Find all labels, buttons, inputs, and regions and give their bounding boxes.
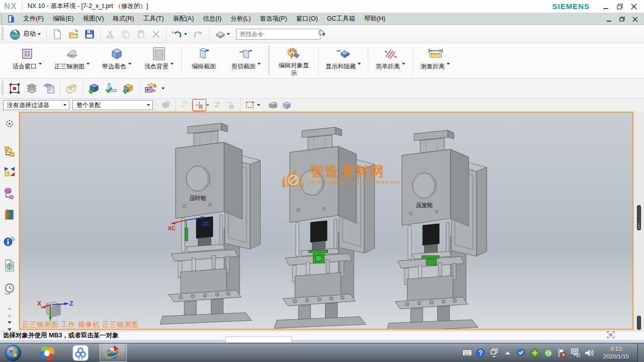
menu-assemblies[interactable]: 装配(A) <box>169 13 199 25</box>
press-machine-2[interactable] <box>274 127 375 328</box>
chevron-down-icon[interactable] <box>257 104 260 106</box>
start-menu-button[interactable]: 启动 <box>6 27 44 42</box>
highlighted-part[interactable] <box>309 250 328 252</box>
minimize-button[interactable] <box>603 4 609 10</box>
start-button[interactable] <box>2 344 24 362</box>
search-input[interactable] <box>239 31 317 38</box>
light-background-button[interactable]: 浅色背景 <box>138 43 180 78</box>
doc-minimize-button[interactable] <box>606 16 612 22</box>
solid-check-icon[interactable] <box>120 80 137 97</box>
isometric-view-button[interactable]: 正三轴测图 <box>48 43 96 78</box>
wcs-dynamics-icon[interactable] <box>6 80 23 97</box>
selection-scope-icon[interactable] <box>607 331 615 340</box>
show-hide-button[interactable]: 显示和隐藏 <box>319 43 367 78</box>
constraint-navigator-icon[interactable] <box>2 165 17 179</box>
show-desktop-button[interactable] <box>637 343 644 362</box>
chevron-down-icon[interactable] <box>323 33 326 35</box>
action-center-flag-icon[interactable] <box>557 348 567 357</box>
chevron-down-icon[interactable] <box>402 63 405 65</box>
clip-section-button[interactable]: 剪切截面 <box>225 43 267 78</box>
menu-preferences[interactable]: 首选项(P) <box>255 13 291 25</box>
docked-panel-handle[interactable] <box>637 316 641 330</box>
highlighted-part[interactable] <box>426 259 437 265</box>
taskbar-clock[interactable]: 9:13 2020/1/15 <box>603 345 629 360</box>
camera-icon[interactable] <box>266 100 279 111</box>
chevron-down-icon[interactable] <box>358 63 361 65</box>
scroll-up-icon[interactable] <box>8 307 12 310</box>
app-store-button[interactable] <box>69 344 92 362</box>
volume-icon[interactable] <box>585 348 594 357</box>
drag-grip[interactable] <box>2 81 4 96</box>
fit-window-button[interactable]: 适合窗口 <box>6 43 48 78</box>
snap-filter-icon[interactable] <box>179 100 192 111</box>
security-shield-icon[interactable] <box>517 348 526 357</box>
highlighted-part[interactable] <box>422 256 439 258</box>
3d-model-canvas[interactable]: 压叶轮 XC ZC <box>20 113 632 329</box>
menu-edit[interactable]: 编辑(E) <box>48 13 78 25</box>
marquee-select-icon[interactable] <box>244 100 257 111</box>
restore-button[interactable] <box>617 4 623 10</box>
point-filter-icon[interactable] <box>193 100 206 111</box>
part-navigator-icon[interactable] <box>2 186 17 200</box>
menu-gc-toolbox[interactable]: GC工具箱 <box>323 13 360 25</box>
doc-close-button[interactable] <box>632 16 638 22</box>
command-search-field[interactable] <box>236 29 320 40</box>
help-tray-icon[interactable] <box>476 348 485 357</box>
annotation-note-icon[interactable] <box>63 80 80 97</box>
chevron-down-icon[interactable] <box>206 104 209 106</box>
scroll-down-icon[interactable] <box>8 321 12 324</box>
new-file-button[interactable] <box>49 28 65 41</box>
menu-file[interactable]: 文件(F) <box>19 13 48 25</box>
highlighted-part[interactable] <box>316 256 321 261</box>
shaded-with-edges-button[interactable]: 带边着色 <box>96 43 138 78</box>
view-triad[interactable]: X Z <box>37 300 73 321</box>
press-machine-1[interactable]: 压叶轮 XC ZC <box>160 123 261 324</box>
menu-analysis[interactable]: 分析(L) <box>226 13 255 25</box>
rotate-filter-icon[interactable] <box>210 100 223 111</box>
docked-panel-handle[interactable] <box>637 205 641 230</box>
web-browser-icon[interactable] <box>2 258 17 272</box>
edit-object-display-button[interactable]: 编辑对象显示 <box>271 43 317 78</box>
antivirus-ball-icon[interactable] <box>530 348 539 357</box>
touch-mode-button[interactable] <box>212 28 233 41</box>
assembly-select-icon[interactable] <box>159 100 172 111</box>
simple-distance-button[interactable]: 简单距离 <box>369 43 412 78</box>
highlighted-part[interactable] <box>185 228 188 241</box>
selection-scope-dropdown[interactable]: 整个装配 <box>72 100 153 110</box>
graphics-viewport[interactable]: 压叶轮 XC ZC <box>19 112 633 330</box>
hd3d-tools-icon[interactable] <box>2 234 17 247</box>
selection-filter-dropdown[interactable]: 没有选择过滤器 <box>3 100 69 110</box>
restore-windows-icon[interactable] <box>490 348 499 357</box>
reuse-library-icon[interactable] <box>2 208 17 222</box>
measure-distance-button[interactable]: 测量距离 <box>414 43 456 78</box>
input-method-icon[interactable] <box>462 348 471 357</box>
nx-taskbar-button[interactable] <box>100 344 127 362</box>
assembly-navigator-icon[interactable] <box>2 144 17 158</box>
selection-ball-icon[interactable] <box>2 117 17 130</box>
redo-button[interactable] <box>190 28 206 41</box>
undo-button[interactable] <box>169 28 190 41</box>
delete-button[interactable] <box>148 28 164 40</box>
layer-settings-icon[interactable] <box>23 80 40 97</box>
history-icon[interactable] <box>2 283 17 296</box>
assembly-check-icon[interactable] <box>86 80 103 97</box>
menu-view[interactable]: 视图(V) <box>78 13 109 25</box>
menu-help[interactable]: 帮助(H) <box>360 13 390 25</box>
save-button[interactable] <box>82 28 98 41</box>
chevron-down-icon[interactable] <box>128 63 131 65</box>
angle-check-icon[interactable] <box>103 80 120 97</box>
doc-restore-button[interactable] <box>619 16 625 22</box>
browser-360-button[interactable] <box>36 344 58 362</box>
edit-section-button[interactable]: 编辑截面 <box>183 43 225 78</box>
chevron-down-icon[interactable] <box>447 63 450 65</box>
chevron-down-icon[interactable] <box>87 63 90 65</box>
layer-category-icon[interactable] <box>40 80 57 97</box>
network-icon[interactable] <box>571 348 580 357</box>
copy-button[interactable] <box>118 28 133 40</box>
cut-button[interactable] <box>103 28 118 40</box>
chevron-down-icon[interactable] <box>162 87 165 89</box>
chevron-down-icon[interactable] <box>39 63 42 65</box>
paste-button[interactable] <box>133 28 148 40</box>
hidden-icons-chevron[interactable] <box>503 348 512 357</box>
menu-information[interactable]: 信息(I) <box>198 13 226 25</box>
